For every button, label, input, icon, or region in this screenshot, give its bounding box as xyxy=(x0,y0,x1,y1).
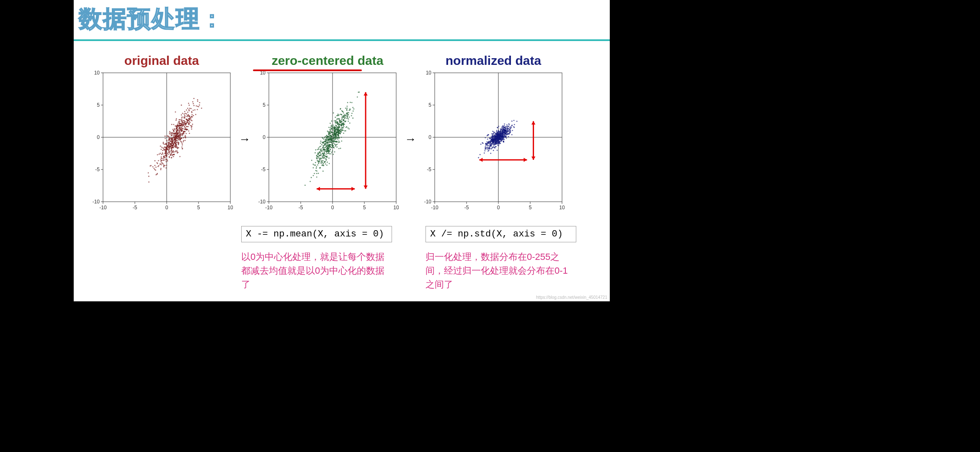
svg-point-812 xyxy=(320,153,322,154)
svg-point-1373 xyxy=(349,109,351,110)
svg-point-628 xyxy=(183,132,184,134)
svg-point-489 xyxy=(193,98,195,99)
svg-point-2040 xyxy=(510,128,511,130)
svg-point-163 xyxy=(182,148,183,149)
svg-point-1869 xyxy=(493,136,495,138)
svg-point-2120 xyxy=(503,130,505,131)
svg-point-922 xyxy=(320,143,321,144)
svg-point-577 xyxy=(184,116,185,117)
svg-point-748 xyxy=(343,115,344,116)
svg-point-1838 xyxy=(516,121,518,122)
svg-point-1799 xyxy=(497,150,498,151)
svg-point-508 xyxy=(197,109,198,110)
svg-point-1204 xyxy=(349,123,351,124)
svg-point-1388 xyxy=(320,149,321,151)
svg-text:-5: -5 xyxy=(299,205,303,211)
svg-marker-2180 xyxy=(531,121,536,125)
svg-point-1307 xyxy=(337,122,338,123)
svg-point-613 xyxy=(176,131,177,133)
svg-point-1391 xyxy=(337,121,338,123)
svg-point-1286 xyxy=(331,145,333,146)
svg-point-132 xyxy=(157,154,158,155)
svg-point-589 xyxy=(183,124,185,125)
svg-text:-10: -10 xyxy=(431,205,438,211)
svg-point-984 xyxy=(335,144,336,146)
svg-marker-1447 xyxy=(317,187,320,191)
svg-point-2162 xyxy=(491,141,493,142)
svg-point-538 xyxy=(199,102,200,103)
svg-point-1441 xyxy=(335,139,336,140)
svg-point-939 xyxy=(335,122,336,123)
svg-point-695 xyxy=(172,141,173,142)
svg-point-633 xyxy=(168,136,169,137)
svg-point-643 xyxy=(181,134,182,136)
svg-point-1351 xyxy=(333,141,335,143)
svg-point-1968 xyxy=(490,145,491,146)
svg-point-1357 xyxy=(349,116,350,118)
svg-point-2099 xyxy=(495,146,496,147)
svg-point-1184 xyxy=(318,147,319,149)
svg-point-2066 xyxy=(503,135,504,136)
code-col-norm: X /= np.std(X, axis = 0) 归一化处理，数据分布在0-25… xyxy=(426,226,576,291)
svg-point-461 xyxy=(171,152,173,153)
svg-point-1694 xyxy=(500,143,501,144)
svg-point-233 xyxy=(168,154,169,155)
svg-point-1786 xyxy=(503,141,504,142)
svg-point-1395 xyxy=(320,167,321,169)
svg-text:-5: -5 xyxy=(427,167,431,172)
svg-point-581 xyxy=(181,119,182,120)
svg-point-1248 xyxy=(325,136,326,137)
svg-point-1363 xyxy=(321,150,322,152)
svg-point-1427 xyxy=(339,124,340,126)
svg-text:0: 0 xyxy=(331,205,334,211)
svg-point-442 xyxy=(181,131,182,132)
svg-point-403 xyxy=(161,154,162,155)
svg-point-1338 xyxy=(339,137,340,139)
svg-point-290 xyxy=(181,141,182,143)
svg-point-274 xyxy=(169,138,170,139)
svg-point-264 xyxy=(153,168,155,169)
svg-point-682 xyxy=(173,144,174,146)
svg-point-1621 xyxy=(511,134,513,135)
svg-point-1118 xyxy=(316,166,317,167)
svg-point-1212 xyxy=(318,149,320,150)
svg-point-496 xyxy=(169,133,170,134)
svg-point-713 xyxy=(175,143,176,144)
svg-point-1393 xyxy=(323,157,325,159)
svg-point-545 xyxy=(185,123,186,124)
svg-point-1832 xyxy=(502,127,503,128)
svg-point-42 xyxy=(188,131,189,132)
svg-point-1484 xyxy=(508,136,509,137)
svg-point-604 xyxy=(182,113,183,114)
svg-point-1396 xyxy=(352,107,353,108)
svg-point-93 xyxy=(184,111,186,112)
svg-point-968 xyxy=(353,110,354,112)
svg-text:10: 10 xyxy=(426,70,432,76)
svg-text:10: 10 xyxy=(227,205,233,211)
svg-point-704 xyxy=(178,132,180,134)
svg-point-1887 xyxy=(512,130,513,131)
svg-point-1385 xyxy=(335,117,336,118)
svg-text:-10: -10 xyxy=(93,199,100,205)
svg-point-1685 xyxy=(489,143,490,144)
svg-point-420 xyxy=(177,142,178,144)
svg-point-1382 xyxy=(346,108,348,109)
scatter-normalized: -10-50510-10-50510 xyxy=(422,70,565,213)
svg-point-1434 xyxy=(330,136,331,138)
svg-point-1316 xyxy=(330,135,332,136)
scatter-centered: -10-50510-10-50510 xyxy=(256,70,399,213)
svg-text:10: 10 xyxy=(559,205,565,211)
svg-text:-10: -10 xyxy=(424,199,432,205)
svg-point-520 xyxy=(176,144,177,146)
svg-point-827 xyxy=(338,113,339,115)
svg-point-1899 xyxy=(486,144,487,145)
svg-point-627 xyxy=(197,99,198,100)
svg-point-536 xyxy=(178,131,179,132)
svg-point-715 xyxy=(176,135,178,136)
svg-point-720 xyxy=(189,133,190,134)
svg-point-2166 xyxy=(492,139,493,141)
svg-point-157 xyxy=(171,124,173,125)
svg-point-483 xyxy=(173,147,174,148)
svg-point-1419 xyxy=(330,144,331,146)
svg-point-905 xyxy=(341,128,343,129)
